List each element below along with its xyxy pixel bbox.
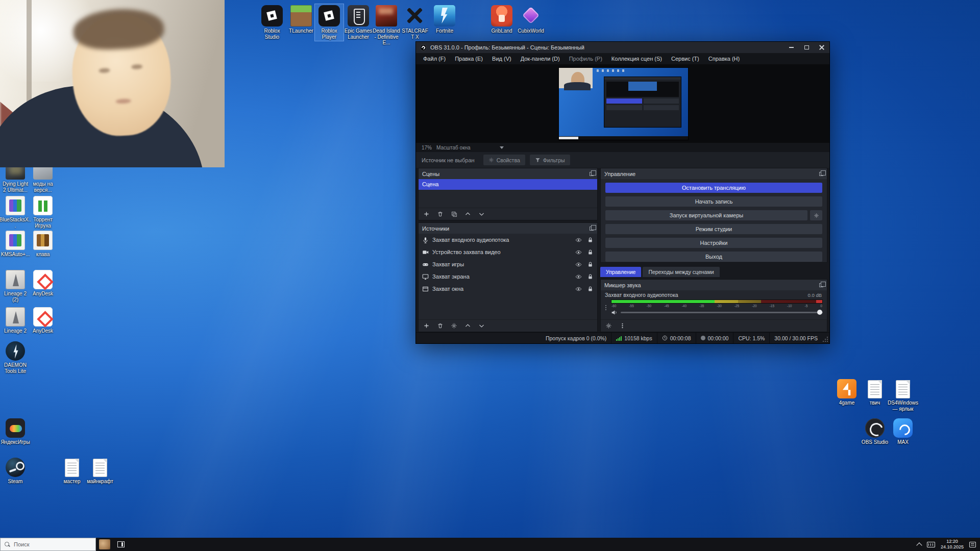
visibility-eye-icon[interactable] (575, 286, 582, 292)
desktop-icon-obs-studio[interactable]: OBS Studio (861, 417, 889, 446)
visibility-eye-icon[interactable] (575, 249, 582, 256)
sources-list[interactable]: Захват входного аудиопотока Устройство з… (419, 234, 597, 319)
menu-profile[interactable]: Профиль (P) (565, 53, 607, 64)
add-scene-icon[interactable] (423, 211, 430, 217)
desktop-icon-torrent-igruha[interactable]: Торрент Игруха (29, 195, 57, 230)
filters-button[interactable]: Фильтры (530, 155, 570, 165)
move-scene-down-icon[interactable] (478, 211, 485, 217)
scenes-list[interactable]: Сцена (419, 179, 597, 208)
desktop-icon-kmsauto[interactable]: KMSAuto+... (1, 230, 30, 259)
stop-streaming-button[interactable]: Остановить трансляцию (605, 183, 822, 193)
duplicate-scene-icon[interactable] (451, 211, 457, 217)
task-view-button[interactable] (113, 538, 129, 551)
menu-file[interactable]: Файл (F) (419, 53, 450, 64)
lock-icon[interactable] (587, 286, 594, 292)
desktop-icon-lineage2-a[interactable]: Lineage 2 (2) (1, 269, 30, 304)
desktop-icon-roblox-player[interactable]: Roblox Player (315, 4, 344, 41)
properties-button[interactable]: Свойства (483, 155, 525, 165)
lock-icon[interactable] (587, 237, 594, 243)
menu-scene-collection[interactable]: Коллекция сцен (S) (607, 53, 667, 64)
scenes-dock-header[interactable]: Сцены (419, 168, 597, 179)
desktop-icon-ds4windows[interactable]: DS4Windows — ярлык (889, 378, 917, 413)
desktop-icon-stalcraft[interactable]: STALCRAFT X (401, 4, 429, 41)
mixer-settings-gear-icon[interactable] (605, 322, 612, 329)
source-item-game-capture[interactable]: Захват игры (419, 258, 597, 270)
desktop-icon-dead-island[interactable]: Dead Island - Definitive E... (372, 4, 401, 47)
move-scene-up-icon[interactable] (464, 211, 471, 217)
desktop-icon-tlauncher[interactable]: TLauncher (287, 4, 315, 35)
speaker-icon[interactable] (611, 309, 618, 316)
mixer-dock-header[interactable]: Микшер звука (601, 280, 827, 290)
start-virtual-camera-button[interactable]: Запуск виртуальной камеры (605, 210, 807, 220)
controls-dock-header[interactable]: Управление (601, 168, 827, 179)
move-source-up-icon[interactable] (464, 322, 471, 329)
desktop-icon-daemon-tools[interactable]: DAEMON Tools Lite (1, 340, 30, 375)
desktop-icon-steam[interactable]: Steam (1, 457, 30, 486)
close-button[interactable] (814, 42, 829, 53)
desktop-icon-anydesk-b[interactable]: AnyDesk (29, 306, 57, 335)
visibility-eye-icon[interactable] (575, 261, 582, 268)
menu-view[interactable]: Вид (V) (487, 53, 516, 64)
settings-button[interactable]: Настройки (605, 238, 822, 248)
undock-icon[interactable] (590, 172, 594, 176)
maximize-button[interactable] (799, 42, 814, 53)
undock-icon[interactable] (819, 283, 823, 287)
source-item-display-capture[interactable]: Захват экрана (419, 270, 597, 283)
lock-icon[interactable] (587, 261, 594, 268)
lock-icon[interactable] (587, 249, 594, 256)
desktop-icon-tvich[interactable]: твич (861, 378, 889, 407)
touch-keyboard-icon[interactable] (927, 542, 935, 547)
desktop-icon-minecraft-doc[interactable]: майнкрафт (86, 457, 114, 486)
menu-edit[interactable]: Правка (E) (450, 53, 487, 64)
move-source-down-icon[interactable] (478, 322, 485, 329)
obs-titlebar[interactable]: OBS 31.0.0 - Профиль: Безымянный - Сцены… (416, 42, 829, 53)
remove-source-icon[interactable] (437, 322, 444, 329)
tray-chevron-icon[interactable] (916, 542, 922, 548)
sources-dock-header[interactable]: Источники (419, 223, 597, 234)
virtual-camera-settings-button[interactable] (810, 210, 822, 220)
tab-scene-transitions[interactable]: Переходы между сценами (643, 267, 719, 277)
exit-button[interactable]: Выход (605, 252, 822, 262)
menu-help[interactable]: Справка (H) (704, 53, 744, 64)
volume-slider-handle[interactable] (817, 310, 822, 315)
visibility-eye-icon[interactable] (575, 273, 582, 280)
taskbar-clock[interactable]: 12:20 24.10.2025 (941, 539, 964, 550)
desktop-icon-lineage2-b[interactable]: Lineage 2 (1, 306, 30, 335)
source-item-window-capture[interactable]: Захват окна (419, 283, 597, 295)
scene-item[interactable]: Сцена (419, 179, 597, 190)
undock-icon[interactable] (819, 172, 823, 176)
obs-preview-area[interactable] (416, 64, 829, 143)
visibility-eye-icon[interactable] (575, 237, 582, 243)
menu-docks[interactable]: Док-панели (D) (516, 53, 565, 64)
lock-icon[interactable] (587, 273, 594, 280)
notification-center-icon[interactable] (969, 542, 976, 547)
desktop-icon-klava[interactable]: клава (29, 230, 57, 259)
remove-scene-icon[interactable] (437, 211, 444, 217)
desktop-icon-fortnite[interactable]: Fortnite (430, 4, 459, 35)
undock-icon[interactable] (590, 227, 594, 231)
desktop-icon-master[interactable]: мастер (58, 457, 86, 486)
desktop-icon-cubixworld[interactable]: CubixWorld (517, 4, 545, 35)
desktop-icon-roblox-studio[interactable]: Roblox Studio (258, 4, 286, 41)
source-item-video-device[interactable]: Устройство захвата видео (419, 246, 597, 258)
zoom-dropdown-icon[interactable] (500, 146, 504, 149)
start-recording-button[interactable]: Начать запись (605, 196, 822, 207)
desktop-icon-bluestacks[interactable]: BlueStacksX... (1, 195, 30, 230)
tab-controls[interactable]: Управление (600, 267, 641, 277)
desktop-icon-epic-games-launcher[interactable]: Epic Games Launcher (344, 4, 373, 41)
taskbar-search[interactable]: Поиск (0, 538, 96, 551)
desktop-icon-max[interactable]: MAX (889, 417, 917, 446)
menu-tools[interactable]: Сервис (T) (667, 53, 704, 64)
source-item-audio-input[interactable]: Захват входного аудиопотока (419, 234, 597, 246)
volume-slider[interactable] (621, 312, 823, 313)
add-source-icon[interactable] (423, 322, 430, 329)
source-properties-gear-icon[interactable] (451, 322, 457, 329)
desktop-icon-yandex-games[interactable]: ЯндексИгры (1, 417, 30, 446)
desktop-icon-anydesk-a[interactable]: AnyDesk (29, 269, 57, 298)
taskbar-pinned-app[interactable] (96, 538, 113, 551)
minimize-button[interactable] (783, 42, 799, 53)
desktop-icon-4game[interactable]: 4game (832, 378, 861, 407)
mixer-advanced-dots-icon[interactable] (619, 322, 626, 329)
window-resize-grip[interactable] (822, 336, 828, 342)
studio-mode-button[interactable]: Режим студии (605, 224, 822, 234)
